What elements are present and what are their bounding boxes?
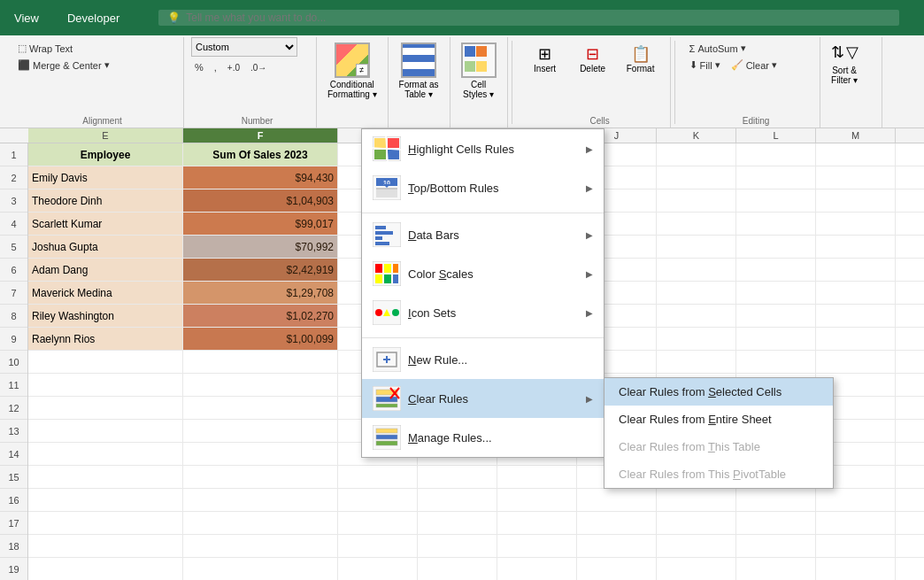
empty-cell-7-8[interactable]: [816, 282, 896, 304]
format-button[interactable]: 📋 Format: [619, 41, 663, 77]
empty-cell-19-1[interactable]: [183, 558, 338, 580]
empty-cell-16-5[interactable]: [577, 489, 657, 511]
cell-styles-button[interactable]: CellStyles ▾: [458, 41, 500, 101]
empty-cell-15-3[interactable]: [418, 466, 497, 488]
empty-cell-9-6[interactable]: [657, 328, 736, 350]
col-header-l[interactable]: L: [736, 128, 816, 143]
empty-cell-13-0[interactable]: [28, 420, 183, 442]
cell-3-1[interactable]: $1,04,903: [183, 189, 338, 212]
cell-2-0[interactable]: Emily Davis: [28, 166, 183, 189]
empty-cell-10-1[interactable]: [183, 351, 338, 373]
empty-cell-19-2[interactable]: [338, 558, 418, 580]
empty-cell-1-7[interactable]: [736, 143, 816, 166]
col-header-f[interactable]: F: [183, 128, 338, 143]
empty-cell-19-5[interactable]: [577, 558, 657, 580]
color-scales-item[interactable]: Color Scales ▶: [362, 254, 604, 293]
view-tab[interactable]: View: [7, 8, 46, 28]
empty-cell-19-3[interactable]: [418, 558, 497, 580]
col-header-m[interactable]: M: [816, 128, 896, 143]
col-header-k[interactable]: K: [657, 128, 736, 143]
empty-cell-16-0[interactable]: [28, 489, 183, 511]
empty-cell-18-6[interactable]: [657, 535, 736, 557]
increase-decimal-button[interactable]: +.0: [224, 61, 243, 74]
empty-cell-18-8[interactable]: [816, 535, 896, 557]
sort-filter-button[interactable]: ⇅ ▽ Sort &Filter ▾: [828, 41, 862, 87]
cell-6-0[interactable]: Adam Dang: [28, 259, 183, 281]
empty-cell-19-6[interactable]: [657, 558, 736, 580]
insert-button[interactable]: ⊞ Insert: [523, 41, 567, 77]
empty-cell-8-7[interactable]: [736, 305, 816, 327]
empty-cell-17-5[interactable]: [577, 512, 657, 534]
cell-9-0[interactable]: Raelynn Rios: [28, 328, 183, 350]
wrap-text-button[interactable]: ⬚ Wrap Text: [14, 41, 76, 56]
empty-cell-1-8[interactable]: [816, 143, 896, 166]
empty-cell-7-6[interactable]: [657, 282, 736, 304]
conditional-formatting-button[interactable]: ≠ ConditionalFormatting ▾: [324, 41, 381, 101]
percent-button[interactable]: %: [191, 60, 207, 74]
empty-cell-16-7[interactable]: [736, 489, 816, 511]
empty-cell-18-5[interactable]: [577, 535, 657, 557]
empty-cell-12-0[interactable]: [28, 397, 183, 419]
cell-9-1[interactable]: $1,00,099: [183, 328, 338, 350]
empty-cell-4-7[interactable]: [736, 213, 816, 235]
empty-cell-11-0[interactable]: [28, 374, 183, 396]
empty-cell-5-7[interactable]: [736, 236, 816, 258]
empty-cell-6-7[interactable]: [736, 259, 816, 281]
cell-8-1[interactable]: $1,02,270: [183, 305, 338, 327]
highlight-cells-rules-item[interactable]: Highlight Cells Rules ▶: [362, 129, 604, 168]
autosum-button[interactable]: Σ AutoSum ▾: [686, 41, 750, 56]
manage-rules-item[interactable]: Manage Rules...: [362, 418, 604, 457]
empty-cell-14-0[interactable]: [28, 443, 183, 465]
empty-cell-17-7[interactable]: [736, 512, 816, 534]
decrease-decimal-button[interactable]: .0→: [247, 61, 270, 74]
cell-6-1[interactable]: $2,42,919: [183, 259, 338, 281]
empty-cell-6-8[interactable]: [816, 259, 896, 281]
empty-cell-2-8[interactable]: [816, 166, 896, 189]
empty-cell-17-8[interactable]: [816, 512, 896, 534]
empty-cell-9-7[interactable]: [736, 328, 816, 350]
empty-cell-15-1[interactable]: [183, 466, 338, 488]
empty-cell-13-1[interactable]: [183, 420, 338, 442]
empty-cell-2-7[interactable]: [736, 166, 816, 189]
empty-cell-10-7[interactable]: [736, 351, 816, 373]
empty-cell-17-3[interactable]: [418, 512, 497, 534]
empty-cell-4-6[interactable]: [657, 213, 736, 235]
clear-rules-item[interactable]: Clear Rules ▶ Clear Rules from Selected …: [362, 379, 604, 418]
empty-cell-17-0[interactable]: [28, 512, 183, 534]
empty-cell-18-4[interactable]: [497, 535, 577, 557]
cell-1-1[interactable]: Sum Of Sales 2023: [183, 143, 338, 166]
empty-cell-10-8[interactable]: [816, 351, 896, 373]
empty-cell-12-1[interactable]: [183, 397, 338, 419]
empty-cell-7-7[interactable]: [736, 282, 816, 304]
developer-tab[interactable]: Developer: [60, 8, 127, 28]
empty-cell-19-7[interactable]: [736, 558, 816, 580]
empty-cell-3-6[interactable]: [657, 189, 736, 212]
empty-cell-18-1[interactable]: [183, 535, 338, 557]
clear-entire-sheet-item[interactable]: Clear Rules from Entire Sheet: [604, 406, 833, 433]
empty-cell-15-0[interactable]: [28, 466, 183, 488]
cell-1-0[interactable]: Employee: [28, 143, 183, 166]
number-format-select[interactable]: Custom: [191, 37, 297, 57]
empty-cell-4-8[interactable]: [816, 213, 896, 235]
cell-8-0[interactable]: Riley Washington: [28, 305, 183, 327]
cell-7-0[interactable]: Maverick Medina: [28, 282, 183, 304]
fill-button[interactable]: ⬇ Fill ▾: [686, 58, 724, 73]
empty-cell-10-0[interactable]: [28, 351, 183, 373]
col-header-e[interactable]: E: [28, 128, 183, 143]
clear-button[interactable]: 🧹 Clear ▾: [728, 58, 781, 73]
empty-cell-11-1[interactable]: [183, 374, 338, 396]
empty-cell-17-2[interactable]: [338, 512, 418, 534]
comma-button[interactable]: ,: [211, 60, 220, 74]
empty-cell-17-4[interactable]: [497, 512, 577, 534]
empty-cell-16-2[interactable]: [338, 489, 418, 511]
empty-cell-5-6[interactable]: [657, 236, 736, 258]
empty-cell-8-8[interactable]: [816, 305, 896, 327]
top-bottom-rules-item[interactable]: 10 Top/Bottom Rules ▶: [362, 168, 604, 207]
empty-cell-3-8[interactable]: [816, 189, 896, 212]
tell-me-input[interactable]: [186, 12, 890, 24]
empty-cell-17-1[interactable]: [183, 512, 338, 534]
empty-cell-14-1[interactable]: [183, 443, 338, 465]
empty-cell-6-6[interactable]: [657, 259, 736, 281]
new-rule-item[interactable]: New Rule...: [362, 340, 604, 379]
empty-cell-18-3[interactable]: [418, 535, 497, 557]
